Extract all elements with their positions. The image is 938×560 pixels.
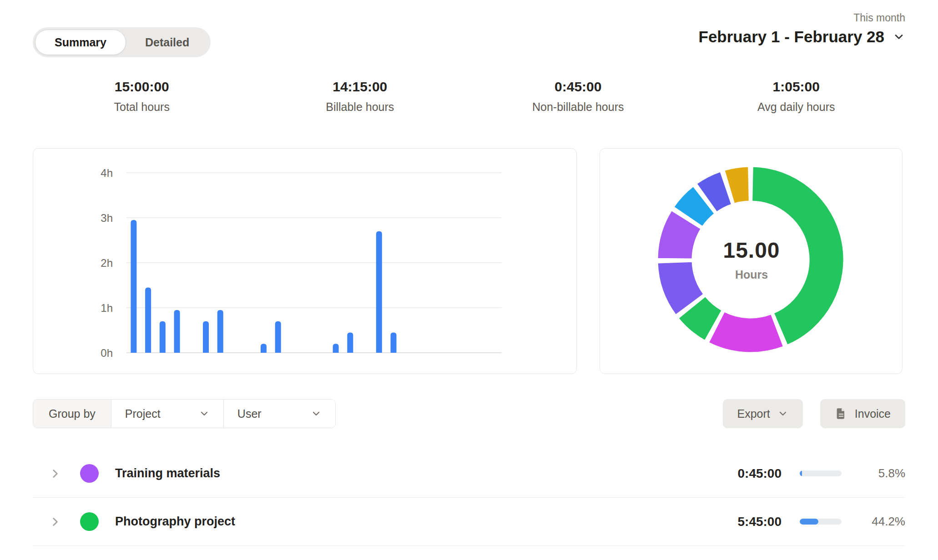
stat-billable-hours: 14:15:00 Billable hours: [251, 79, 469, 114]
project-percent: 5.8%: [860, 466, 905, 480]
stat-value: 14:15:00: [251, 79, 469, 95]
top-bar: Summary Detailed This month February 1 -…: [33, 0, 905, 57]
stat-label: Total hours: [33, 100, 251, 114]
table-row[interactable]: Photography project 5:45:00 44.2%: [33, 498, 905, 546]
stat-value: 1:05:00: [687, 79, 906, 95]
stat-total-hours: 15:00:00 Total hours: [33, 79, 251, 114]
project-time: 0:45:00: [709, 466, 782, 481]
y-axis-tick: 0h: [101, 347, 113, 359]
bar-chart: 0h1h2h3h4h: [33, 149, 576, 373]
y-axis-tick: 1h: [101, 302, 113, 314]
charts-row: 0h1h2h3h4h 15.00 Hours: [33, 148, 905, 374]
hours-donut-chart-panel: 15.00 Hours: [600, 148, 903, 374]
chevron-down-icon: [777, 408, 788, 419]
stat-value: 0:45:00: [469, 79, 687, 95]
progress-bar: [800, 519, 842, 525]
projects-table: Training materials 0:45:00 5.8% Photogra…: [33, 450, 905, 546]
action-buttons: Export Invoice: [723, 399, 905, 428]
bar: [217, 310, 223, 353]
y-axis-tick: 2h: [101, 257, 113, 269]
summary-detailed-toggle: Summary Detailed: [33, 27, 211, 57]
donut-center: 15.00 Hours: [723, 238, 780, 281]
chevron-right-icon[interactable]: [49, 468, 61, 480]
progress-bar-fill: [800, 470, 802, 476]
stat-avg-daily-hours: 1:05:00 Avg daily hours: [687, 79, 906, 114]
group-by-label: Group by: [33, 400, 111, 428]
daily-hours-bar-chart-panel: 0h1h2h3h4h: [33, 148, 577, 374]
bar: [160, 321, 166, 353]
chevron-down-icon: [199, 408, 210, 419]
y-axis-tick: 3h: [101, 212, 113, 224]
period-label: This month: [699, 12, 906, 24]
stat-label: Avg daily hours: [687, 100, 906, 114]
date-range-block: This month February 1 - February 28: [699, 12, 906, 46]
bar: [261, 344, 267, 353]
invoice-document-icon: [835, 407, 847, 420]
stat-value: 15:00:00: [33, 79, 251, 95]
group-by-user-dropdown[interactable]: User: [223, 400, 335, 428]
stat-label: Billable hours: [251, 100, 469, 114]
donut-units-label: Hours: [723, 268, 780, 281]
group-by-control: Group by Project User: [33, 399, 336, 428]
invoice-button[interactable]: Invoice: [820, 399, 905, 428]
stat-non-billable-hours: 0:45:00 Non-billable hours: [469, 79, 687, 114]
y-axis-tick: 4h: [101, 167, 113, 179]
project-time: 5:45:00: [709, 515, 782, 529]
table-row[interactable]: Training materials 0:45:00 5.8%: [33, 450, 905, 498]
date-range-selector[interactable]: February 1 - February 28: [699, 28, 906, 46]
bar: [275, 321, 281, 353]
bar: [131, 220, 136, 353]
bar: [376, 231, 382, 353]
chevron-down-icon: [311, 408, 322, 419]
bar: [145, 287, 151, 353]
group-by-user-value: User: [237, 407, 262, 420]
stat-label: Non-billable hours: [469, 100, 687, 114]
export-label: Export: [737, 407, 770, 420]
chevron-right-icon[interactable]: [49, 516, 61, 528]
project-name: Photography project: [115, 515, 235, 529]
group-by-project-dropdown[interactable]: Project: [111, 400, 223, 428]
date-range-text: February 1 - February 28: [699, 28, 885, 46]
group-by-project-value: Project: [125, 407, 161, 420]
bar: [174, 310, 180, 353]
bar: [333, 344, 339, 353]
bar: [203, 321, 209, 353]
progress-bar-fill: [800, 519, 818, 525]
project-color-dot: [80, 512, 99, 531]
chevron-down-icon: [893, 30, 905, 43]
bar: [391, 332, 397, 353]
bar: [347, 332, 353, 353]
project-color-dot: [80, 464, 99, 483]
donut-segment: [708, 311, 783, 353]
stats-row: 15:00:00 Total hours 14:15:00 Billable h…: [33, 79, 905, 114]
tab-detailed[interactable]: Detailed: [126, 30, 208, 55]
controls-row: Group by Project User Export Invoice: [33, 399, 905, 428]
invoice-label: Invoice: [855, 407, 891, 420]
project-percent: 44.2%: [860, 515, 905, 529]
tab-summary[interactable]: Summary: [35, 30, 126, 55]
progress-bar: [800, 470, 842, 476]
project-name: Training materials: [115, 466, 220, 480]
donut-total-hours: 15.00: [723, 238, 780, 263]
report-page: Summary Detailed This month February 1 -…: [0, 0, 938, 560]
export-button[interactable]: Export: [723, 399, 803, 428]
